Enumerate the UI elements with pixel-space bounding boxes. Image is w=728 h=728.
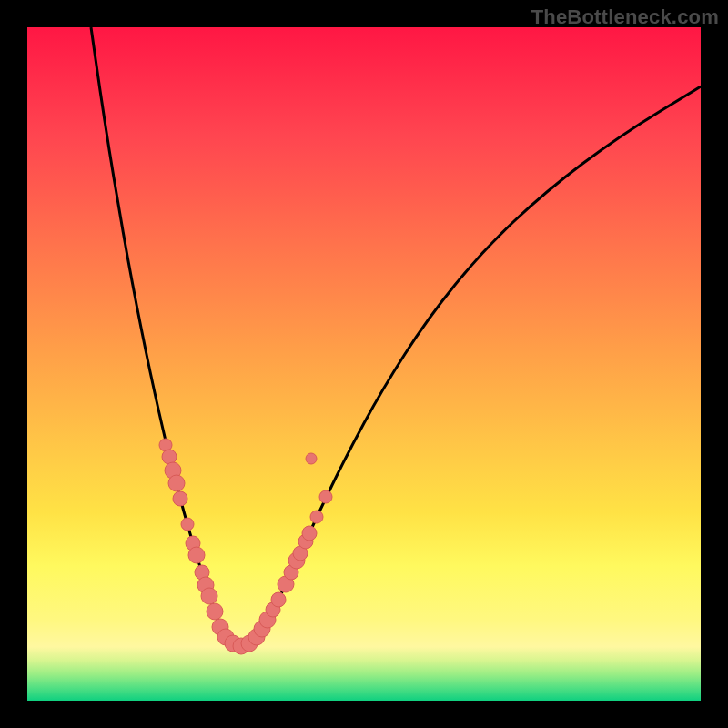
data-marker — [162, 450, 177, 464]
bottleneck-curve-svg — [27, 27, 701, 701]
data-marker — [181, 518, 194, 531]
data-marker — [319, 490, 332, 503]
data-marker — [310, 511, 323, 523]
data-marker — [271, 592, 286, 607]
data-marker — [168, 475, 185, 491]
data-marker — [173, 491, 187, 506]
bottleneck-curve — [91, 27, 701, 645]
data-marker — [188, 547, 205, 563]
data-marker — [306, 453, 317, 464]
data-markers — [159, 439, 332, 654]
watermark-text: TheBottleneck.com — [531, 5, 719, 29]
plot-area — [27, 27, 701, 701]
data-marker — [207, 603, 223, 620]
data-marker — [302, 526, 317, 541]
chart-frame: TheBottleneck.com — [0, 0, 728, 728]
data-marker — [201, 588, 217, 604]
